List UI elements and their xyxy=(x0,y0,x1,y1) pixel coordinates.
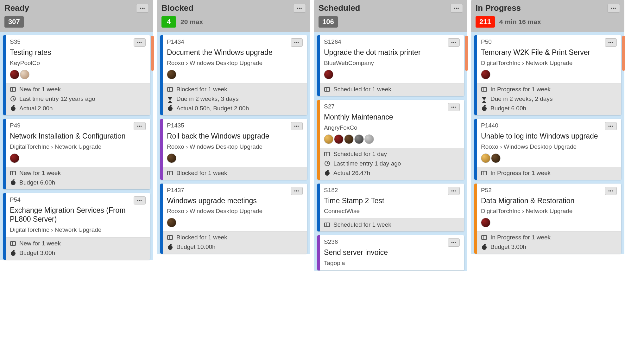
card-subtitle: ConnectWise xyxy=(324,208,460,215)
kanban-card[interactable]: P1434•••Document the Windows upgradeRoox… xyxy=(160,35,307,115)
card-id: S1264 xyxy=(324,38,341,45)
avatar[interactable] xyxy=(354,134,364,144)
meta-text: Scheduled for 1 week xyxy=(333,86,391,93)
avatar[interactable] xyxy=(324,70,333,79)
avatar[interactable] xyxy=(167,70,176,79)
meta-text: Blocked for 1 week xyxy=(176,86,227,93)
avatar[interactable] xyxy=(344,134,354,144)
card-id: P1440 xyxy=(481,122,498,129)
card-more-button[interactable]: ••• xyxy=(448,38,460,47)
kanban-card[interactable]: S1264•••Upgrade the dot matrix printerBl… xyxy=(317,35,464,96)
card-more-button[interactable]: ••• xyxy=(448,103,460,111)
meta-line: Last time entry 12 years ago xyxy=(10,95,146,102)
kanban-card[interactable]: P1435•••Roll back the Windows upgradeRoo… xyxy=(160,119,307,180)
column-more-button[interactable]: ••• xyxy=(450,4,463,13)
meta-line: In Progress for 1 week xyxy=(481,86,617,93)
column-more-button[interactable]: ••• xyxy=(293,4,306,13)
avatar[interactable] xyxy=(481,218,490,227)
card-more-button[interactable]: ••• xyxy=(605,122,617,130)
card-stripe xyxy=(3,119,6,189)
scroll-indicator[interactable] xyxy=(151,36,154,71)
card-id: P1435 xyxy=(167,122,184,129)
meta-line: Budget 3.00h xyxy=(10,250,146,256)
card-more-button[interactable]: ••• xyxy=(291,38,303,47)
scroll-indicator[interactable] xyxy=(622,36,625,71)
card-meta: Scheduled for 1 dayLast time entry 1 day… xyxy=(320,148,464,180)
card-stripe xyxy=(160,119,163,180)
stopwatch-icon xyxy=(481,244,487,250)
kanban-card[interactable]: P54•••Exchange Migration Services (From … xyxy=(3,193,150,260)
meta-text: Budget 6.00h xyxy=(490,105,526,112)
card-title: Upgrade the dot matrix printer xyxy=(324,48,460,57)
card-more-button[interactable]: ••• xyxy=(134,196,146,204)
card-id: S35 xyxy=(10,38,21,45)
kanban-card[interactable]: P52•••Data Migration & RestorationDigita… xyxy=(474,184,621,254)
column-title: Blocked xyxy=(161,3,193,13)
meta-text: In Progress for 1 week xyxy=(490,86,551,93)
card-more-button[interactable]: ••• xyxy=(291,122,303,130)
avatar[interactable] xyxy=(334,134,344,144)
meta-line: New for 1 week xyxy=(10,86,146,93)
hourglass-icon xyxy=(481,96,487,102)
stopwatch-icon xyxy=(167,105,173,112)
card-subtitle: Rooxo › Windows Desktop Upgrade xyxy=(167,208,303,215)
card-more-button[interactable]: ••• xyxy=(134,38,146,47)
column-more-button[interactable]: ••• xyxy=(136,4,149,13)
card-subtitle: DigitalTorchInc › Network Upgrade xyxy=(481,60,617,67)
card-stripe xyxy=(317,235,320,270)
meta-text: In Progress for 1 week xyxy=(490,234,551,241)
meta-text: New for 1 week xyxy=(19,86,61,93)
card-title: Roll back the Windows upgrade xyxy=(167,132,303,141)
card-more-button[interactable]: ••• xyxy=(448,238,460,247)
card-list: P50•••Temorary W2K File & Print ServerDi… xyxy=(471,32,624,254)
card-meta: Scheduled for 1 week xyxy=(320,83,464,96)
kanban-card[interactable]: P49•••Network Installation & Configurati… xyxy=(3,119,150,189)
card-more-button[interactable]: ••• xyxy=(605,38,617,47)
kanban-card[interactable]: S35•••Testing ratesKeyPoolCoNew for 1 we… xyxy=(3,35,150,115)
card-meta: Blocked for 1 weekDue in 2 weeks, 3 days… xyxy=(163,83,307,115)
avatar[interactable] xyxy=(167,153,176,163)
avatar[interactable] xyxy=(364,134,374,144)
meta-text: Due in 2 weeks, 3 days xyxy=(176,95,238,102)
kanban-card[interactable]: S27•••Monthly MaintenanceAngryFoxCoSched… xyxy=(317,100,464,180)
column-count-badge: 4 xyxy=(161,16,176,28)
kanban-card[interactable]: P50•••Temorary W2K File & Print ServerDi… xyxy=(474,35,621,115)
avatar[interactable] xyxy=(20,70,29,79)
card-meta: In Progress for 1 weekBudget 3.00h xyxy=(477,231,621,254)
avatar-row xyxy=(481,153,617,163)
kanban-column: Ready•••307S35•••Testing ratesKeyPoolCoN… xyxy=(0,0,153,260)
stopwatch-icon xyxy=(10,179,16,186)
avatar[interactable] xyxy=(481,153,490,163)
meta-line: Actual 0.50h, Budget 2.00h xyxy=(167,105,303,112)
kanban-card[interactable]: S182•••Time Stamp 2 TestConnectWiseSched… xyxy=(317,184,464,232)
avatar[interactable] xyxy=(10,153,19,163)
column-title: Ready xyxy=(4,3,29,13)
kanban-card[interactable]: S236•••Send server invoiceTagopia xyxy=(317,235,464,270)
card-meta: Blocked for 1 week xyxy=(163,167,307,180)
card-more-button[interactable]: ••• xyxy=(448,187,460,195)
scroll-indicator[interactable] xyxy=(465,36,468,71)
board-icon xyxy=(324,151,330,157)
meta-line: Blocked for 1 week xyxy=(167,86,303,93)
card-meta: New for 1 weekLast time entry 12 years a… xyxy=(6,83,150,115)
card-id: P1437 xyxy=(167,187,184,194)
avatar[interactable] xyxy=(481,70,490,79)
kanban-card[interactable]: P1437•••Windows upgrade meetingsRooxo › … xyxy=(160,184,307,254)
avatar-row xyxy=(167,153,303,163)
column-count-badge: 307 xyxy=(4,16,24,28)
kanban-column: Blocked•••420 maxP1434•••Document the Wi… xyxy=(157,0,310,254)
avatar[interactable] xyxy=(491,153,501,163)
meta-line: Last time entry 1 day ago xyxy=(324,160,460,167)
card-more-button[interactable]: ••• xyxy=(291,187,303,195)
avatar[interactable] xyxy=(324,134,333,144)
board-icon xyxy=(167,86,173,93)
meta-line: Due in 2 weeks, 3 days xyxy=(167,95,303,102)
kanban-card[interactable]: P1440•••Unable to log into Windows upgra… xyxy=(474,119,621,180)
column-more-button[interactable]: ••• xyxy=(607,4,620,13)
avatar[interactable] xyxy=(10,70,19,79)
card-more-button[interactable]: ••• xyxy=(605,187,617,195)
card-subtitle: Rooxo › Windows Desktop Upgrade xyxy=(481,143,617,150)
card-id: S27 xyxy=(324,103,335,110)
card-more-button[interactable]: ••• xyxy=(134,122,146,130)
avatar[interactable] xyxy=(167,218,176,227)
